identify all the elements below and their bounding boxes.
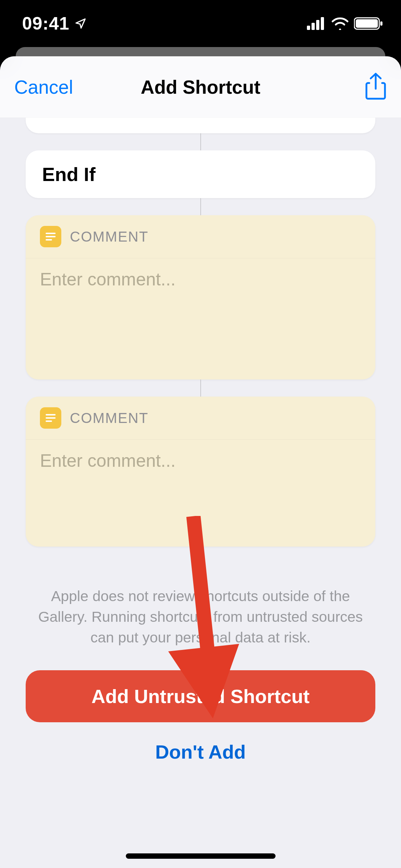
- svg-rect-0: [307, 26, 310, 30]
- sheet-content: End If COMMENT: [0, 118, 401, 868]
- comment-placeholder: Enter comment...: [40, 451, 176, 471]
- comment-header: COMMENT: [26, 215, 375, 258]
- battery-icon: [354, 17, 383, 30]
- modal-sheet: Cancel Add Shortcut End If: [0, 56, 401, 868]
- svg-rect-6: [380, 21, 382, 26]
- dont-add-button[interactable]: Don't Add: [26, 724, 375, 779]
- status-time: 09:41: [22, 13, 70, 34]
- svg-rect-2: [316, 20, 319, 30]
- svg-rect-5: [356, 19, 378, 28]
- svg-rect-9: [46, 239, 52, 241]
- endif-action-card[interactable]: End If: [26, 150, 375, 198]
- comment-icon: [40, 407, 61, 429]
- comment-action-card[interactable]: COMMENT Enter comment...: [26, 215, 375, 379]
- svg-rect-12: [46, 420, 52, 422]
- status-right: [307, 17, 383, 30]
- svg-rect-10: [46, 414, 56, 415]
- connector-line: [200, 379, 201, 397]
- share-button[interactable]: [365, 72, 387, 102]
- share-icon: [365, 72, 387, 100]
- sheet-header: Cancel Add Shortcut: [0, 56, 401, 118]
- connector-line: [200, 198, 201, 215]
- device-frame: 09:41 C: [0, 0, 401, 868]
- add-untrusted-shortcut-button[interactable]: Add Untrusted Shortcut: [26, 670, 375, 722]
- status-bar: 09:41: [0, 0, 401, 47]
- connector-line: [200, 133, 201, 150]
- svg-rect-3: [321, 17, 324, 30]
- status-left: 09:41: [22, 13, 87, 34]
- cancel-button[interactable]: Cancel: [14, 76, 73, 98]
- cellular-signal-icon: [307, 17, 326, 30]
- workflow-canvas: End If COMMENT: [0, 118, 401, 547]
- endif-label: End If: [42, 164, 96, 185]
- comment-header: COMMENT: [26, 397, 375, 440]
- location-icon: [74, 17, 87, 30]
- svg-rect-8: [46, 236, 56, 237]
- comment-action-card[interactable]: COMMENT Enter comment...: [26, 397, 375, 547]
- comment-input[interactable]: Enter comment...: [26, 440, 375, 547]
- wifi-icon: [331, 17, 349, 30]
- comment-input[interactable]: Enter comment...: [26, 258, 375, 379]
- bottom-section: Apple does not review shortcuts outside …: [0, 586, 401, 779]
- comment-title: COMMENT: [70, 229, 149, 245]
- action-card-partial[interactable]: [26, 118, 375, 133]
- svg-rect-11: [46, 417, 56, 419]
- sheet-title: Add Shortcut: [141, 76, 261, 98]
- comment-placeholder: Enter comment...: [40, 269, 176, 289]
- svg-rect-1: [312, 23, 315, 30]
- svg-rect-7: [46, 233, 56, 234]
- home-indicator[interactable]: [126, 853, 276, 859]
- comment-title: COMMENT: [70, 410, 149, 426]
- comment-icon: [40, 226, 61, 247]
- untrusted-warning-text: Apple does not review shortcuts outside …: [26, 586, 375, 648]
